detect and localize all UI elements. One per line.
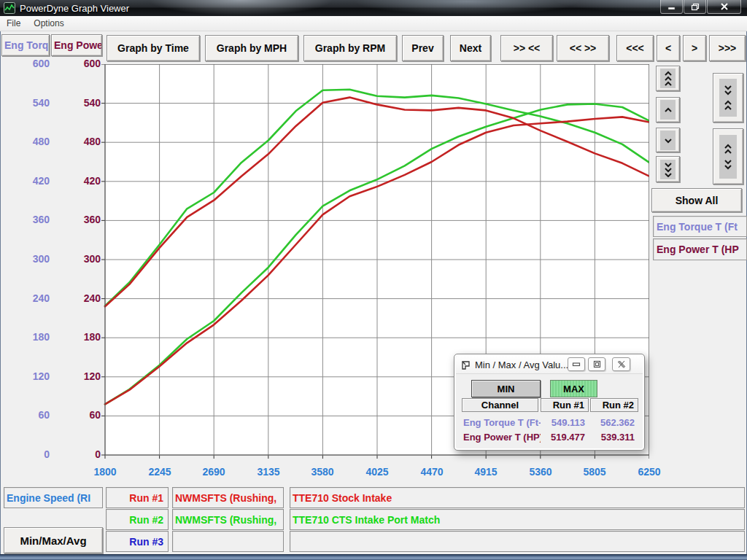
y-zoom-out-button[interactable]	[713, 128, 743, 184]
y-scale-up-button[interactable]	[656, 97, 680, 122]
y-axis-channel-power-button[interactable]: Eng Powe	[51, 34, 102, 56]
x-axis-tick-label: 3135	[250, 466, 287, 478]
x-axis-tick-label: 1800	[87, 466, 123, 478]
max-toggle-button[interactable]: MAX	[550, 380, 597, 397]
window-bottom-frame	[0, 554, 747, 560]
show-all-button[interactable]: Show All	[651, 188, 742, 212]
x-axis-tick-label: 6250	[631, 466, 667, 478]
minmax-maximize-button[interactable]	[588, 357, 605, 371]
minmax-col-run1: Run #1	[541, 398, 589, 412]
y-scale-up-fast-button[interactable]	[656, 66, 680, 91]
y-axis-power-tick-label: 0	[57, 448, 101, 460]
zoom-out-x-button[interactable]: << >>	[557, 35, 609, 61]
right-channel-power-box[interactable]: Eng Power T (HP	[653, 238, 747, 260]
minmax-close-icon	[617, 360, 626, 368]
min-toggle-button[interactable]: MIN	[471, 380, 541, 397]
y-scale-down-fast-button[interactable]	[656, 156, 680, 182]
minmax-minimize-icon	[572, 361, 581, 368]
minmax-row-torque-channel: Eng Torque T (Ft-	[463, 417, 541, 428]
graph-by-rpm-button[interactable]: Graph by RPM	[303, 35, 397, 61]
prev-button[interactable]: Prev	[402, 35, 444, 61]
y-axis-torque-tick-label: 300	[6, 253, 50, 265]
x-axis-channel-button[interactable]: Engine Speed (RI	[4, 487, 103, 508]
y-axis-power-tick-label: 180	[57, 331, 101, 343]
y-axis-power-tick-label: 600	[57, 58, 101, 69]
next-button[interactable]: Next	[450, 35, 491, 61]
y-axis-torque-tick-label: 60	[6, 409, 50, 421]
run1-file-box: NWMSFTS (Rushing,	[172, 487, 284, 508]
menu-options[interactable]: Options	[27, 17, 70, 30]
minmax-row-power-channel: Eng Power T (HP)	[463, 432, 541, 443]
minmax-minimize-button[interactable]	[568, 357, 585, 371]
scroll-fast-right-button[interactable]: >>>	[709, 35, 746, 61]
x-axis-tick-label: 5360	[522, 466, 559, 478]
chevron-down-icon	[662, 137, 674, 144]
restore-button[interactable]	[684, 0, 706, 14]
menu-bar: File Options	[0, 16, 747, 31]
zoom-in-x-button[interactable]: >> <<	[500, 35, 553, 61]
x-axis-tick-label: 3580	[304, 466, 341, 478]
restore-icon	[691, 3, 700, 11]
minmax-maximize-icon	[593, 360, 601, 368]
run2-desc-box: TTE710 CTS Intake Port Match	[290, 509, 745, 530]
y-axis-torque-tick-label: 0	[6, 448, 50, 460]
y-axis-power-tick-label: 300	[57, 253, 101, 265]
y-axis-channel-torque-button[interactable]: Eng Torq	[1, 34, 50, 56]
minmax-window-icon	[461, 360, 471, 370]
x-axis-tick-label: 4025	[359, 466, 395, 478]
scroll-left-button[interactable]: <	[657, 35, 680, 61]
y-axis-torque-tick-label: 420	[6, 175, 50, 187]
graph-by-mph-button[interactable]: Graph by MPH	[205, 35, 298, 61]
minmax-close-button[interactable]	[612, 357, 630, 371]
run3-desc-box	[290, 531, 745, 552]
run3-file-box	[172, 531, 284, 552]
minmax-window-title: Min / Max / Avg Valu...	[475, 359, 568, 370]
minmax-col-run2: Run #2	[590, 398, 638, 412]
y-axis-power-tick-label: 240	[57, 292, 101, 304]
right-channel-torque-box[interactable]: Eng Torque T (Ft	[653, 216, 747, 237]
y-axis-power-tick-label: 120	[57, 370, 101, 382]
x-axis-tick-label: 2690	[196, 466, 232, 478]
y-axis-torque-tick-label: 120	[6, 370, 50, 382]
window-title: PowerDyne Graph Viewer	[20, 3, 129, 14]
app-icon	[4, 2, 15, 14]
scroll-right-button[interactable]: >	[683, 35, 706, 61]
app-window: PowerDyne Graph Viewer File Options Eng …	[0, 0, 747, 560]
run2-file-box: NWMSFTS (Rushing,	[172, 509, 284, 530]
close-button[interactable]	[707, 0, 741, 14]
triple-chevron-up-icon	[662, 71, 674, 86]
minmax-row-power-run2: 539.311	[590, 432, 635, 443]
y-axis-power-tick-label: 480	[57, 136, 101, 147]
close-icon	[720, 3, 729, 10]
y-axis-torque-tick-label: 600	[6, 58, 50, 69]
x-axis-tick-label: 4915	[468, 466, 504, 478]
run3-label-box: Run #3	[106, 531, 169, 552]
run1-label-box: Run #1	[106, 487, 169, 508]
x-axis-tick-label: 4470	[414, 466, 450, 478]
chevrons-converge-icon	[722, 85, 734, 111]
run1-desc-box: TTE710 Stock Intake	[290, 487, 745, 508]
scroll-fast-left-button[interactable]: <<<	[616, 35, 654, 61]
y-zoom-in-button[interactable]	[713, 73, 743, 122]
x-axis-tick-label: 5805	[576, 466, 613, 478]
y-axis-power-tick-label: 540	[57, 97, 101, 109]
graph-by-time-button[interactable]: Graph by Time	[107, 35, 200, 61]
minmax-row-torque-run2: 562.362	[590, 417, 635, 428]
y-scale-down-button[interactable]	[656, 128, 680, 152]
chevrons-diverge-icon	[722, 144, 734, 170]
y-axis-torque-tick-label: 240	[6, 292, 50, 304]
y-axis-power-tick-label: 360	[57, 214, 101, 225]
triple-chevron-down-icon	[662, 162, 674, 177]
menu-file[interactable]: File	[0, 17, 27, 30]
minimize-button[interactable]	[660, 0, 683, 14]
y-axis-power-tick-label: 60	[57, 409, 101, 421]
title-bar[interactable]: PowerDyne Graph Viewer	[0, 0, 747, 16]
y-axis-torque-tick-label: 480	[6, 136, 50, 147]
minmax-row-power-run1: 519.477	[541, 432, 585, 443]
x-axis-tick-label: 2245	[142, 466, 178, 478]
minimize-icon	[667, 3, 676, 10]
y-axis-torque-tick-label: 180	[6, 331, 50, 343]
minmaxavg-button[interactable]: Min/Max/Avg	[4, 527, 103, 553]
y-axis-torque-tick-label: 360	[6, 214, 50, 225]
minmax-window[interactable]: Min / Max / Avg Valu... MIN MAX Channel …	[454, 354, 645, 451]
